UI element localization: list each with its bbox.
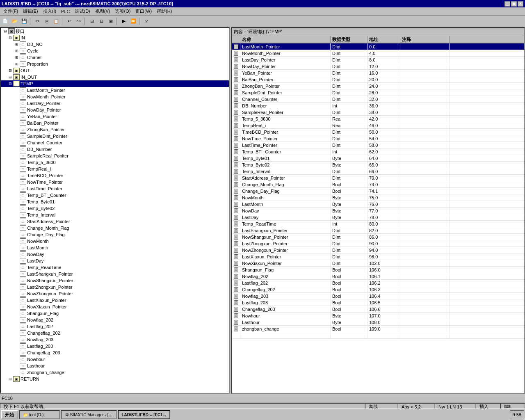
menu-window[interactable]: 窗口(W) (133, 8, 154, 15)
tree-item-db_no[interactable]: ⊞ □ DB_NO (1, 41, 229, 48)
table-row[interactable]: □ Nowflag_202 Bool 106.1 (232, 273, 524, 280)
tree-root[interactable]: ⊟ ▣ 接口 (1, 28, 229, 34)
tree-item-return[interactable]: ⊞ ▣ RETURN (1, 376, 229, 382)
tree-expander[interactable]: ⊞ (14, 49, 20, 53)
tree-item-lastflag_203[interactable]: □ Lastflag_203 (1, 343, 229, 349)
close-button[interactable]: ✕ (518, 1, 523, 7)
tree-item-lastmonth_pointer[interactable]: □ LastMonth_Pointer (1, 87, 229, 94)
tree-expander[interactable]: ⊞ (7, 68, 13, 73)
table-row[interactable]: □ TempReal_i Real 46.0 (232, 122, 524, 129)
tree-item-nowday_pointer[interactable]: □ NowDay_Pointer (1, 107, 229, 113)
tree-item-channel_counter[interactable]: □ Channel_Counter (1, 139, 229, 146)
table-row[interactable]: □ YeBan_Pointer DInt 16.0 (232, 70, 524, 76)
table-row[interactable]: □ Temp_5_3600 Real 42.0 (232, 116, 524, 122)
tb-btn-2[interactable]: ⊟ (97, 17, 106, 26)
table-row[interactable]: □ Change_Month_Flag Bool 74.0 (232, 181, 524, 188)
tree-expander[interactable]: ⊞ (7, 75, 13, 79)
tree-item-changeflag_202[interactable]: □ Changeflag_202 (1, 330, 229, 336)
help-button[interactable]: ? (142, 17, 151, 26)
tree-item-temp_byte02[interactable]: □ Temp_Byte02 (1, 205, 229, 212)
tree-item-chanel[interactable]: ⊞ □ Chanel (1, 54, 229, 61)
table-row[interactable]: □ zhongban_change Bool 109.0 (232, 326, 524, 332)
table-row[interactable]: □ Nowflag_203 Bool 106.4 (232, 293, 524, 299)
tree-item-in_out[interactable]: ⊞ ▣ IN_OUT (1, 74, 229, 80)
tree-item-nowmonth_pointer[interactable]: □ NowMonth_Pointer (1, 94, 229, 100)
table-row[interactable]: □ Temp_Interval DInt 66.0 (232, 168, 524, 175)
tree-item-lastday[interactable]: □ LastDay (1, 258, 229, 264)
taskbar-item-manager[interactable]: 🖥 SIMATIC Manager - [… (61, 410, 117, 419)
open-button[interactable]: 📂 (10, 17, 19, 26)
table-row[interactable]: □ Lastflag_203 Bool 106.5 (232, 299, 524, 306)
tree-item-lastshangxun_pointer[interactable]: □ LastShangxun_Pointer (1, 271, 229, 277)
tree-item-db_number[interactable]: □ DB_Number (1, 146, 229, 153)
tree-item-nowflag_203[interactable]: □ Nowflag_203 (1, 336, 229, 343)
table-row[interactable]: □ Temp_Byte02 Byte 65.0 (232, 162, 524, 168)
table-row[interactable]: □ StartAddress_Pointer DInt 70.0 (232, 175, 524, 181)
table-row[interactable]: □ NowTime_Pointer DInt 54.0 (232, 135, 524, 142)
menu-help[interactable]: 帮助(H) (154, 8, 174, 15)
menu-options[interactable]: 选项(O) (112, 8, 133, 15)
tree-expander[interactable]: ⊞ (14, 62, 20, 66)
table-row[interactable]: □ NowZhongxun_Pointer DInt 94.0 (232, 247, 524, 253)
table-row[interactable]: □ Nowhour Byte 107.0 (232, 313, 524, 319)
table-row[interactable]: □ Temp_ReadTime Int 80.0 (232, 221, 524, 227)
tree-expander[interactable]: ⊞ (14, 55, 20, 59)
tree-item-lastday_pointer[interactable]: □ LastDay_Pointer (1, 100, 229, 107)
table-row[interactable]: □ NowShangxun_Pointer DInt 86.0 (232, 234, 524, 240)
paste-button[interactable]: 📋 (52, 17, 61, 26)
tree-item-shangxun_flag[interactable]: □ Shangxun_Flag (1, 310, 229, 317)
tree-area[interactable]: ⊟ ▣ 接口 ⊟ ▣ IN ⊞ □ DB_NO ⊞ □ Cycle ⊞ □ Ch… (1, 28, 229, 393)
table-row[interactable]: □ NowDay Byte 77.0 (232, 208, 524, 214)
tree-item-nowzhongxun_pointer[interactable]: □ NowZhongxun_Pointer (1, 290, 229, 297)
tree-expander[interactable]: ⊞ (7, 377, 13, 381)
tree-item-nowxiaxun_pointer[interactable]: □ NowXiaxun_Pointer (1, 304, 229, 310)
table-row[interactable] (232, 332, 524, 339)
table-row[interactable]: □ LastXiaxun_Pointer DInt 98.0 (232, 253, 524, 260)
menu-debug[interactable]: 调试(D) (73, 8, 93, 15)
tree-item-cycle[interactable]: ⊞ □ Cycle (1, 48, 229, 54)
table-row[interactable]: □ Channel_Counter DInt 32.0 (232, 96, 524, 103)
tree-item-nowtime_pointer[interactable]: □ NowTime_Pointer (1, 179, 229, 185)
tb-btn-4[interactable]: ▶ (119, 17, 128, 26)
table-row[interactable]: □ Lasthour Byte 108.0 (232, 319, 524, 326)
tree-item-zhongban_pointer[interactable]: □ ZhongBan_Pointer (1, 126, 229, 133)
tree-item-nowflag_202[interactable]: □ Nowflag_202 (1, 317, 229, 323)
table-row[interactable]: □ NowMonth_Pointer DInt 4.0 (232, 50, 524, 57)
table-row[interactable]: □ LastDay_Pointer DInt 8.0 (232, 57, 524, 63)
tree-item-startaddress_pointer[interactable]: □ StartAddress_Pointer (1, 218, 229, 225)
table-row[interactable]: □ LastZhongxun_Pointer DInt 90.0 (232, 240, 524, 247)
restore-button[interactable]: ▣ (511, 1, 517, 7)
tree-item-out[interactable]: ⊞ ▣ OUT (1, 67, 229, 74)
tree-item-nowmonth[interactable]: □ NowMonth (1, 238, 229, 244)
save-button[interactable]: 💾 (20, 17, 29, 26)
tree-item-temp_5_3600[interactable]: □ Temp_5_3600 (1, 159, 229, 166)
cut-button[interactable]: ✂ (33, 17, 42, 26)
taskbar-item-lad[interactable]: LAD/STL/FBD -- [FC1... (118, 410, 170, 419)
tree-item-changeflag_203[interactable]: □ Changeflag_203 (1, 349, 229, 356)
menu-edit[interactable]: 编辑(E) (21, 8, 41, 15)
root-expander[interactable]: ⊟ (2, 29, 8, 33)
copy-button[interactable]: ⎘ (42, 17, 51, 26)
tree-expander[interactable]: ⊟ (7, 82, 13, 86)
table-row[interactable]: □ ZhongBan_Pointer DInt 24.0 (232, 83, 524, 89)
tree-item-timebcd_pointer[interactable]: □ TimeBCD_Pointer (1, 172, 229, 179)
table-row[interactable]: □ Changeflag_203 Bool 106.6 (232, 306, 524, 313)
table-row[interactable]: □ LastTime_Pointer DInt 58.0 (232, 142, 524, 148)
tree-item-lastxiaxun_pointer[interactable]: □ LastXiaxun_Pointer (1, 297, 229, 304)
taskbar-item-tool[interactable]: 📁 tool (D:) (19, 410, 60, 419)
table-row[interactable]: □ SampleReal_Poniter DInt 38.0 (232, 109, 524, 116)
tree-item-nowhour[interactable]: □ Nowhour (1, 356, 229, 363)
tree-item-sampledint_pointer[interactable]: □ SampleDint_Pointer (1, 133, 229, 139)
tree-item-samplereal_poniter[interactable]: □ SampleReal_Poniter (1, 153, 229, 159)
tree-item-lasthour[interactable]: □ Lasthour (1, 363, 229, 369)
menu-plc[interactable]: PLC (59, 9, 72, 14)
tree-item-zhongban_change[interactable]: □ zhongban_change (1, 369, 229, 376)
start-button[interactable]: 开始 (1, 410, 18, 419)
tree-expander[interactable]: ⊟ (7, 36, 13, 40)
tree-item-lastflag_202[interactable]: □ Lastflag_202 (1, 323, 229, 330)
redo-button[interactable]: ↪ (74, 17, 83, 26)
new-button[interactable]: 📄 (1, 17, 10, 26)
minimize-button[interactable]: _ (504, 1, 510, 7)
tree-item-lastzhongxun_pointer[interactable]: □ LastZhongxun_Pointer (1, 284, 229, 290)
table-row[interactable]: □ LastShangxun_Pointer DInt 82.0 (232, 227, 524, 234)
